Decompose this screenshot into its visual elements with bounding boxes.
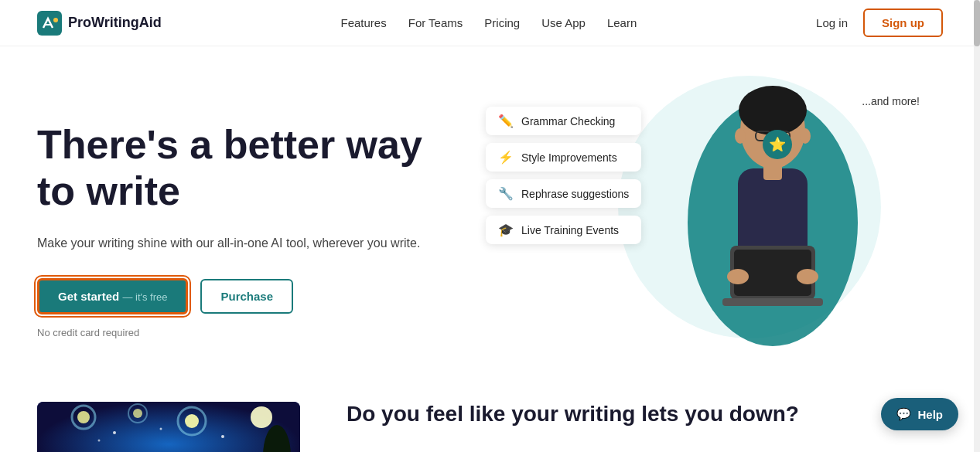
svg-point-23 (185, 414, 199, 428)
pill-style: ⚡ Style Improvements (486, 143, 641, 172)
chat-icon: 💬 (896, 407, 911, 421)
purchase-button[interactable]: Purchase (200, 279, 293, 314)
logo-link[interactable]: ProWritingAid (37, 11, 162, 36)
nav-for-teams[interactable]: For Teams (408, 16, 463, 29)
star-badge: ⭐ (763, 130, 792, 159)
signup-button[interactable]: Sign up (863, 8, 943, 37)
pencil-icon: ✏️ (498, 114, 514, 128)
graduation-icon: 🎓 (498, 223, 514, 237)
bottom-text: Do you feel like your writing lets you d… (347, 402, 943, 427)
svg-point-30 (221, 435, 224, 438)
svg-point-1 (53, 18, 58, 22)
svg-point-16 (800, 128, 811, 144)
bottom-title: Do you feel like your writing lets you d… (347, 402, 943, 427)
svg-rect-11 (722, 298, 823, 306)
hero-buttons: Get started — it's free Purchase (37, 278, 439, 314)
painting-thumbnail (37, 402, 300, 452)
nav-use-app[interactable]: Use App (541, 16, 586, 29)
logo-icon (37, 11, 62, 36)
nav-features[interactable]: Features (341, 16, 387, 29)
bottom-section: Do you feel like your writing lets you d… (0, 377, 980, 452)
no-credit-text: No credit card required (37, 327, 439, 338)
nav-pricing[interactable]: Pricing (484, 16, 520, 29)
wrench-icon: 🔧 (498, 186, 514, 201)
hero-left: There's a better way to write Make your … (37, 122, 439, 338)
hero-subtitle: Make your writing shine with our all-in-… (37, 233, 439, 253)
svg-point-21 (133, 409, 142, 418)
svg-point-4 (739, 86, 807, 135)
svg-point-12 (727, 269, 749, 284)
feature-pills: ✏️ Grammar Checking ⚡ Style Improvements… (486, 107, 641, 244)
hero-right: ...and more! ⭐ ✏️ Grammar Checking ⚡ Sty… (439, 83, 943, 377)
hero-section: There's a better way to write Make your … (0, 46, 980, 377)
svg-point-15 (735, 128, 746, 144)
navbar: ProWritingAid Features For Teams Pricing… (0, 0, 980, 46)
get-started-button[interactable]: Get started — it's free (37, 278, 188, 314)
svg-point-28 (113, 431, 116, 434)
pill-training: 🎓 Live Training Events (486, 216, 641, 244)
nav-learn[interactable]: Learn (607, 16, 637, 29)
svg-rect-14 (763, 165, 782, 180)
login-link[interactable]: Log in (816, 16, 848, 29)
help-button[interactable]: 💬 Help (881, 398, 958, 430)
nav-right: Log in Sign up (816, 8, 943, 37)
svg-point-19 (77, 411, 90, 423)
svg-point-31 (98, 440, 101, 442)
lightning-icon: ⚡ (498, 150, 514, 165)
brand-name: ProWritingAid (68, 15, 162, 31)
pill-grammar: ✏️ Grammar Checking (486, 107, 641, 135)
svg-point-29 (160, 428, 162, 430)
and-more-text: ...and more! (862, 95, 920, 107)
hero-title: There's a better way to write (37, 122, 439, 215)
pill-rephrase: 🔧 Rephrase suggestions (486, 179, 641, 208)
svg-point-24 (251, 406, 272, 428)
nav-links: Features For Teams Pricing Use App Learn (341, 16, 637, 30)
svg-point-13 (797, 269, 818, 284)
starry-night-image (37, 402, 300, 452)
hero-person-image (672, 68, 873, 362)
